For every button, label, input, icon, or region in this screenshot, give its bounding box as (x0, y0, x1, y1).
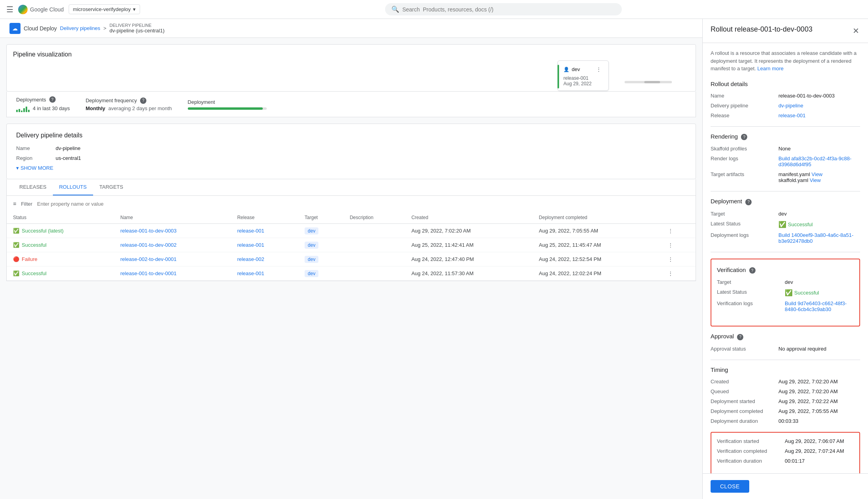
deployment-status-val: ✅ Successful (778, 221, 860, 228)
verification-logs-link[interactable]: Build 9d7e6403-c662-48f3-8480-6cb4c3c9ab… (785, 300, 847, 312)
pipeline-node-menu-icon[interactable]: ⋮ (595, 65, 603, 74)
app-name: Cloud Deploy (24, 25, 57, 32)
tab-targets[interactable]: TARGETS (93, 179, 129, 195)
status-cell-0: ✅ Successful (latest) (7, 224, 114, 238)
row-release-link-2[interactable]: release-002 (237, 256, 264, 262)
success-check-icon: ✅ (778, 221, 786, 228)
deployment-started-val: Aug 29, 2022, 7:02:22 AM (778, 398, 860, 404)
row-menu-icon-3[interactable]: ⋮ (666, 269, 675, 278)
row-release-link-3[interactable]: release-001 (237, 270, 264, 276)
rendering-info-icon[interactable]: ? (741, 134, 747, 140)
pipeline-scrollbar (625, 81, 672, 83)
table-row: ✅ Successful release-001-to-dev-0002 rel… (7, 238, 696, 252)
actions-cell-3: ⋮ (660, 266, 696, 281)
approval-status-key: Approval status (711, 346, 774, 352)
cloud-deploy-logo: ☁ Cloud Deploy (9, 23, 57, 34)
actions-cell-2: ⋮ (660, 252, 696, 266)
target-tag-1: dev (305, 242, 318, 249)
col-actions (660, 212, 696, 224)
name-val: release-001-to-dev-0003 (778, 93, 860, 99)
approval-status-val: No approval required (778, 346, 860, 352)
row-name-link-2[interactable]: release-002-to-dev-0001 (120, 256, 176, 262)
verification-duration-key: Verification duration (717, 458, 780, 464)
side-panel-close-icon[interactable]: ✕ (852, 25, 860, 36)
pipeline-node-header: 👤 dev ⋮ (563, 65, 603, 74)
breadcrumb-delivery-pipelines[interactable]: Delivery pipelines (60, 25, 100, 31)
row-name-link-0[interactable]: release-001-to-dev-0003 (120, 228, 176, 234)
search-bar[interactable]: 🔍 (385, 3, 622, 15)
skaffold-profiles-val: None (778, 146, 860, 152)
col-release: Release (231, 212, 298, 224)
status-cell-2: 🔴 Failure (7, 252, 114, 266)
deployments-value: 4 in last 30 days (33, 105, 70, 111)
frequency-metric: Deployment frequency ? Monthly averaging… (86, 98, 172, 111)
close-button[interactable]: CLOSE (711, 480, 749, 493)
verification-target-val: dev (785, 279, 854, 285)
project-selector[interactable]: microservice-verifydeploy ▾ (69, 4, 140, 14)
verification-logs-key: Verification logs (717, 300, 780, 312)
tab-rollouts[interactable]: ROLLOUTS (53, 179, 93, 195)
status-text-2: Failure (22, 256, 37, 262)
manifest-view-link[interactable]: View (812, 171, 823, 177)
deployment-status-key: Latest Status (711, 221, 774, 228)
row-menu-icon-2[interactable]: ⋮ (666, 255, 675, 264)
completed-cell-0: Aug 29, 2022, 7:05:55 AM (533, 224, 660, 238)
row-name-link-3[interactable]: release-001-to-dev-0001 (120, 270, 176, 276)
google-cloud-logo: Google Cloud (18, 5, 64, 14)
filter-icon: ≡ (13, 201, 16, 207)
approval-title: Approval ? (711, 333, 860, 340)
delivery-pipeline-val: dv-pipeline (778, 103, 860, 109)
search-input[interactable] (402, 6, 615, 13)
breadcrumb-separator: > (103, 25, 107, 31)
rendering-grid: Skaffold profiles None Render logs Build… (711, 146, 860, 183)
deployment-col-label: Deployment (188, 99, 267, 105)
deployment-duration-val: 00:03:33 (778, 418, 860, 424)
row-release-link-0[interactable]: release-001 (237, 228, 264, 234)
tab-releases[interactable]: RELEASES (13, 179, 53, 195)
row-name-link-1[interactable]: release-001-to-dev-0002 (120, 242, 176, 248)
pipeline-node[interactable]: 👤 dev ⋮ release-001 Aug 29, 2022 (557, 60, 609, 91)
breadcrumb-current: DELIVERY PIPELINE dv-pipeline (us-centra… (110, 23, 165, 34)
actions-cell-1: ⋮ (660, 238, 696, 252)
verification-info-icon[interactable]: ? (749, 267, 756, 274)
row-menu-icon-0[interactable]: ⋮ (666, 226, 675, 235)
completed-cell-1: Aug 25, 2022, 11:45:47 AM (533, 238, 660, 252)
learn-more-link[interactable]: Learn more (758, 66, 784, 71)
deployment-logs-link[interactable]: Build 1400eef9-3a80-4a6c-8a51-b3e922478d… (778, 232, 853, 244)
target-cell-1: dev (298, 238, 343, 252)
release-link[interactable]: release-001 (778, 113, 806, 118)
render-logs-link[interactable]: Build afa83c2b-0cd2-4f3a-9c88-d3968d6d4f… (778, 156, 851, 167)
cloud-deploy-icon: ☁ (9, 23, 21, 34)
render-logs-key: Render logs (711, 156, 774, 167)
deployment-col-metric: Deployment (188, 99, 267, 110)
deployments-info-icon[interactable]: ? (49, 96, 56, 103)
col-description: Description (343, 212, 405, 224)
verification-timing-grid: Verification started Aug 29, 2022, 7:06:… (717, 438, 854, 464)
deployment-info-icon[interactable]: ? (745, 199, 752, 205)
approval-info-icon[interactable]: ? (737, 334, 743, 340)
verification-status-key: Latest Status (717, 289, 780, 296)
deployment-started-key: Deployment started (711, 398, 774, 404)
frequency-info-icon[interactable]: ? (140, 98, 146, 104)
row-menu-icon-1[interactable]: ⋮ (666, 240, 675, 250)
deployments-label: Deployments ? (16, 96, 70, 103)
filter-input[interactable] (37, 201, 689, 207)
delivery-pipeline-link[interactable]: dv-pipeline (778, 103, 803, 109)
created-key: Created (711, 379, 774, 385)
verification-timing-section: Verification started Aug 29, 2022, 7:06:… (711, 432, 860, 478)
show-more-button[interactable]: ▾ SHOW MORE (16, 165, 686, 171)
row-release-link-1[interactable]: release-001 (237, 242, 264, 248)
artifact-skaffold: skaffold.yaml View (778, 177, 860, 183)
hamburger-menu-icon[interactable]: ☰ (6, 5, 13, 14)
verification-started-val: Aug 29, 2022, 7:06:07 AM (785, 438, 854, 444)
skaffold-view-link[interactable]: View (810, 177, 821, 183)
rollout-details-section: Rollout details Name release-001-to-dev-… (711, 81, 860, 118)
deployment-grid: Target dev Latest Status ✅ Successful De… (711, 211, 860, 244)
release-cell-3: release-001 (231, 266, 298, 281)
release-cell-0: release-001 (231, 224, 298, 238)
name-cell-0: release-001-to-dev-0003 (114, 224, 231, 238)
col-target: Target (298, 212, 343, 224)
deployment-completed-val: Aug 29, 2022, 7:05:55 AM (778, 408, 860, 414)
target-tag-3: dev (305, 270, 318, 277)
pipeline-visualization: Pipeline visualization 👤 dev ⋮ release-0… (6, 44, 696, 92)
